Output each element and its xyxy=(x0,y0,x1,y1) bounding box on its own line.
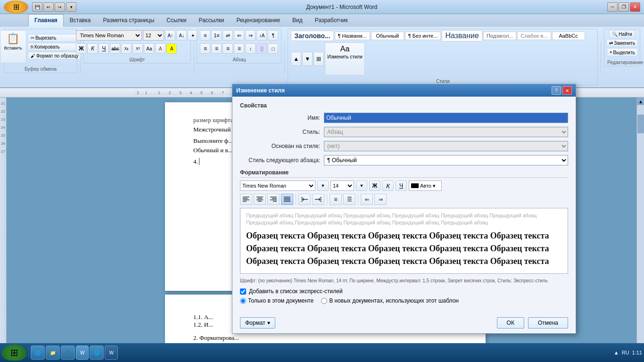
align-justify-btn[interactable]: ≡ xyxy=(234,43,244,54)
format-dropdown-btn[interactable]: Формат ▾ xyxy=(240,317,275,329)
decrease-font-btn[interactable]: A↓ xyxy=(176,30,187,41)
taskbar-word2[interactable]: W xyxy=(105,346,117,360)
replace-btn[interactable]: ⇄ Заменить xyxy=(606,39,638,47)
cut-button[interactable]: ✂ Вырезать xyxy=(28,34,82,42)
tab-layout[interactable]: Разметка страницы xyxy=(97,14,160,27)
tab-home[interactable]: Главная xyxy=(28,14,64,27)
increase-font-btn[interactable]: A↑ xyxy=(165,30,175,41)
strikethrough-btn[interactable]: abc xyxy=(110,43,120,54)
radio-new-docs-input[interactable] xyxy=(321,298,327,304)
multilevel-btn[interactable]: ⇌ xyxy=(223,30,233,41)
font-name-select[interactable]: Times New Roman xyxy=(76,30,142,41)
align-center-btn[interactable]: ≡ xyxy=(211,43,222,54)
indent-less-btn[interactable]: ⇐ xyxy=(361,194,373,205)
font-size-select[interactable]: 12 xyxy=(143,30,164,41)
office-button[interactable]: ⊞ xyxy=(4,0,28,14)
taskbar-word[interactable]: W xyxy=(76,346,89,360)
align-center-dlg-btn[interactable] xyxy=(254,194,266,205)
change-styles-btn[interactable]: Аа Изменить стили xyxy=(325,42,364,75)
scrollbar-thumb[interactable] xyxy=(637,115,644,133)
style-select[interactable]: Абзац xyxy=(324,127,568,137)
show-marks-btn[interactable]: ¶ xyxy=(268,30,278,41)
format-size-select[interactable]: 14 xyxy=(330,181,354,191)
paste-button[interactable]: 📋 Вставить xyxy=(0,30,26,63)
dialog-close-btn[interactable]: ✕ xyxy=(562,86,572,95)
bullets-btn[interactable]: ≡ xyxy=(200,30,210,41)
tab-mailings[interactable]: Рассылки xyxy=(193,14,231,27)
style-title[interactable]: Название xyxy=(442,30,482,41)
increase-indent-btn[interactable]: ⇒ xyxy=(245,30,256,41)
format-italic-btn[interactable]: К xyxy=(382,181,394,191)
subscript-btn[interactable]: X₂ xyxy=(121,43,132,54)
find-btn[interactable]: 🔍 Найти xyxy=(609,30,635,38)
tab-references[interactable]: Ссылки xyxy=(160,14,192,27)
format-font-select[interactable]: Times New Roman xyxy=(240,181,315,191)
tab-view[interactable]: Вид xyxy=(286,14,309,27)
style-heading[interactable]: Заголово... xyxy=(291,31,333,41)
quick-undo-btn[interactable]: ↩ xyxy=(43,2,54,12)
list2-btn[interactable]: ☰ xyxy=(343,194,355,205)
format-copy-button[interactable]: 🖌 Формат по образцу xyxy=(28,52,82,60)
align-extra1-btn[interactable] xyxy=(298,194,311,205)
cancel-button[interactable]: Отмена xyxy=(528,317,568,329)
close-btn[interactable]: ✕ xyxy=(630,2,640,12)
copy-button[interactable]: ⎘ Копировать xyxy=(28,43,82,51)
line-spacing-btn[interactable]: ↕ xyxy=(245,43,256,54)
bold-btn[interactable]: Ж xyxy=(76,43,86,54)
quick-redo-btn[interactable]: ↪ xyxy=(55,2,65,12)
styles-scroll-down[interactable]: ▼ xyxy=(302,52,313,66)
minimize-btn[interactable]: ─ xyxy=(607,2,618,12)
change-case-btn[interactable]: Aa xyxy=(144,43,154,54)
taskbar-folder[interactable]: 📁 xyxy=(46,346,60,360)
shading-btn[interactable]: ░ xyxy=(256,43,267,54)
taskbar-ie2[interactable]: 🌐 xyxy=(90,346,104,360)
scroll-up-btn[interactable]: ▲ xyxy=(637,98,644,105)
start-button[interactable]: ⊞ xyxy=(2,345,26,361)
dialog-help-btn[interactable]: ? xyxy=(552,86,561,95)
tab-insert[interactable]: Вставка xyxy=(64,14,97,27)
restore-btn[interactable]: ❐ xyxy=(619,2,629,12)
styles-more[interactable]: ⊞ xyxy=(314,52,324,66)
sort-btn[interactable]: ↕A xyxy=(256,30,267,41)
radio-this-doc-input[interactable] xyxy=(240,298,246,304)
style-name[interactable]: ¶ Названи... xyxy=(335,32,370,40)
font-select-arrow[interactable]: ▼ xyxy=(317,181,329,191)
taskbar-media[interactable]: 🎵 xyxy=(61,346,75,360)
format-bold-btn[interactable]: Ж xyxy=(369,181,380,191)
tab-developer[interactable]: Разработчик xyxy=(309,14,354,27)
border-btn[interactable]: □ xyxy=(268,43,278,54)
font-color-btn[interactable]: A xyxy=(155,43,165,54)
list1-btn[interactable]: ≡ xyxy=(330,194,342,205)
align-justify-dlg-btn[interactable] xyxy=(281,194,293,205)
express-checkbox[interactable] xyxy=(240,288,246,295)
next-style-select[interactable]: ¶ Обычный xyxy=(324,155,568,165)
numbering-btn[interactable]: 1≡ xyxy=(211,30,222,41)
superscript-btn[interactable]: X² xyxy=(132,43,143,54)
indent-more-btn[interactable]: ⇒ xyxy=(374,194,387,205)
based-on-select[interactable]: (нет) xyxy=(324,141,568,151)
format-underline-btn[interactable]: Ч xyxy=(396,181,407,191)
size-select-arrow[interactable]: ▼ xyxy=(356,181,367,191)
taskbar-ie[interactable]: 🌐 xyxy=(31,346,45,360)
highlight-btn[interactable]: A xyxy=(166,43,177,54)
style-subtle[interactable]: Слабое в... xyxy=(517,32,551,40)
color-dropdown[interactable]: Авто ▾ xyxy=(409,181,442,191)
ok-button[interactable]: ОК xyxy=(497,317,524,329)
align-right-dlg-btn[interactable] xyxy=(267,194,280,205)
style-normal[interactable]: Обычный xyxy=(371,32,404,40)
vertical-scrollbar[interactable]: ▲ ▼ xyxy=(636,98,644,362)
italic-btn[interactable]: К xyxy=(87,43,98,54)
underline-btn[interactable]: Ч xyxy=(99,43,109,54)
style-extra[interactable]: AaBbCc xyxy=(552,32,585,40)
align-right-btn[interactable]: ≡ xyxy=(223,43,233,54)
align-left-dlg-btn[interactable] xyxy=(240,194,252,205)
align-extra2-btn[interactable] xyxy=(312,194,324,205)
select-btn[interactable]: ⌖ Выделить xyxy=(607,48,638,57)
name-input[interactable] xyxy=(324,113,568,123)
align-left-btn[interactable]: ≡ xyxy=(200,43,210,54)
styles-scroll-up[interactable]: ▲ xyxy=(291,52,301,66)
quick-save-btn[interactable]: 💾 xyxy=(32,2,42,12)
customize-btn[interactable]: ▾ xyxy=(66,2,76,12)
decrease-indent-btn[interactable]: ⇐ xyxy=(234,30,244,41)
style-subtitle[interactable]: Подзагол... xyxy=(483,32,517,40)
